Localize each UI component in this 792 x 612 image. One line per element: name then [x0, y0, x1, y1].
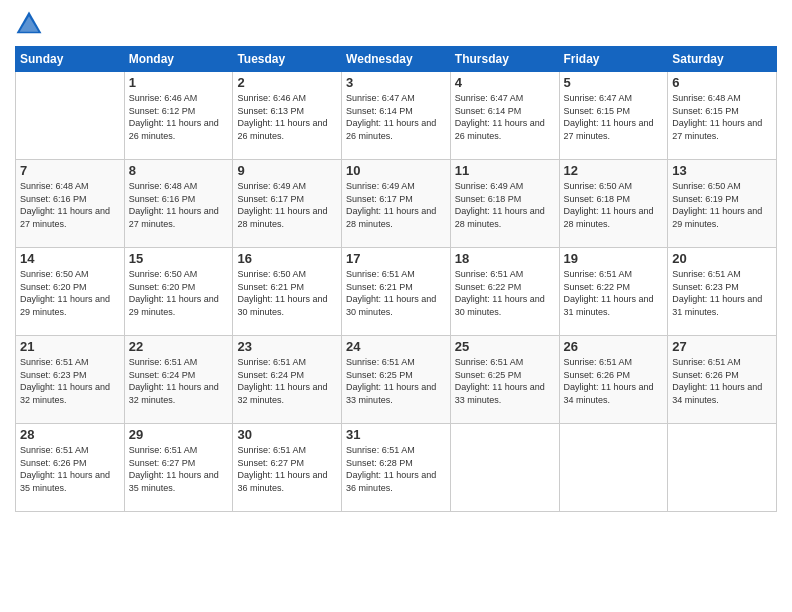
col-header-saturday: Saturday [668, 47, 777, 72]
day-number: 26 [564, 339, 664, 354]
day-number: 16 [237, 251, 337, 266]
calendar-cell: 16 Sunrise: 6:50 AM Sunset: 6:21 PM Dayl… [233, 248, 342, 336]
day-info: Sunrise: 6:49 AM Sunset: 6:18 PM Dayligh… [455, 180, 555, 230]
calendar-cell: 14 Sunrise: 6:50 AM Sunset: 6:20 PM Dayl… [16, 248, 125, 336]
day-number: 27 [672, 339, 772, 354]
calendar-cell: 30 Sunrise: 6:51 AM Sunset: 6:27 PM Dayl… [233, 424, 342, 512]
day-number: 1 [129, 75, 229, 90]
calendar-cell: 4 Sunrise: 6:47 AM Sunset: 6:14 PM Dayli… [450, 72, 559, 160]
day-info: Sunrise: 6:50 AM Sunset: 6:20 PM Dayligh… [129, 268, 229, 318]
calendar-cell: 25 Sunrise: 6:51 AM Sunset: 6:25 PM Dayl… [450, 336, 559, 424]
day-info: Sunrise: 6:49 AM Sunset: 6:17 PM Dayligh… [237, 180, 337, 230]
day-info: Sunrise: 6:51 AM Sunset: 6:27 PM Dayligh… [129, 444, 229, 494]
day-info: Sunrise: 6:48 AM Sunset: 6:15 PM Dayligh… [672, 92, 772, 142]
day-info: Sunrise: 6:48 AM Sunset: 6:16 PM Dayligh… [20, 180, 120, 230]
day-number: 31 [346, 427, 446, 442]
calendar-cell: 11 Sunrise: 6:49 AM Sunset: 6:18 PM Dayl… [450, 160, 559, 248]
day-info: Sunrise: 6:51 AM Sunset: 6:24 PM Dayligh… [237, 356, 337, 406]
col-header-tuesday: Tuesday [233, 47, 342, 72]
calendar-cell: 8 Sunrise: 6:48 AM Sunset: 6:16 PM Dayli… [124, 160, 233, 248]
calendar-cell: 27 Sunrise: 6:51 AM Sunset: 6:26 PM Dayl… [668, 336, 777, 424]
day-number: 11 [455, 163, 555, 178]
calendar-cell: 20 Sunrise: 6:51 AM Sunset: 6:23 PM Dayl… [668, 248, 777, 336]
day-info: Sunrise: 6:51 AM Sunset: 6:21 PM Dayligh… [346, 268, 446, 318]
day-info: Sunrise: 6:51 AM Sunset: 6:25 PM Dayligh… [346, 356, 446, 406]
day-info: Sunrise: 6:51 AM Sunset: 6:23 PM Dayligh… [672, 268, 772, 318]
calendar-cell: 24 Sunrise: 6:51 AM Sunset: 6:25 PM Dayl… [342, 336, 451, 424]
logo [15, 10, 47, 38]
calendar-cell: 23 Sunrise: 6:51 AM Sunset: 6:24 PM Dayl… [233, 336, 342, 424]
page-header [15, 10, 777, 38]
calendar-cell: 1 Sunrise: 6:46 AM Sunset: 6:12 PM Dayli… [124, 72, 233, 160]
calendar-cell [668, 424, 777, 512]
calendar-cell: 6 Sunrise: 6:48 AM Sunset: 6:15 PM Dayli… [668, 72, 777, 160]
day-info: Sunrise: 6:50 AM Sunset: 6:18 PM Dayligh… [564, 180, 664, 230]
day-info: Sunrise: 6:47 AM Sunset: 6:14 PM Dayligh… [455, 92, 555, 142]
day-info: Sunrise: 6:51 AM Sunset: 6:22 PM Dayligh… [564, 268, 664, 318]
calendar-cell: 29 Sunrise: 6:51 AM Sunset: 6:27 PM Dayl… [124, 424, 233, 512]
calendar-cell: 2 Sunrise: 6:46 AM Sunset: 6:13 PM Dayli… [233, 72, 342, 160]
day-info: Sunrise: 6:51 AM Sunset: 6:26 PM Dayligh… [672, 356, 772, 406]
calendar-cell [16, 72, 125, 160]
calendar-cell: 28 Sunrise: 6:51 AM Sunset: 6:26 PM Dayl… [16, 424, 125, 512]
calendar-cell [450, 424, 559, 512]
day-number: 14 [20, 251, 120, 266]
calendar-cell: 17 Sunrise: 6:51 AM Sunset: 6:21 PM Dayl… [342, 248, 451, 336]
day-info: Sunrise: 6:51 AM Sunset: 6:22 PM Dayligh… [455, 268, 555, 318]
day-number: 15 [129, 251, 229, 266]
day-number: 23 [237, 339, 337, 354]
day-number: 10 [346, 163, 446, 178]
calendar-cell: 18 Sunrise: 6:51 AM Sunset: 6:22 PM Dayl… [450, 248, 559, 336]
calendar-table: SundayMondayTuesdayWednesdayThursdayFrid… [15, 46, 777, 512]
day-number: 2 [237, 75, 337, 90]
day-info: Sunrise: 6:51 AM Sunset: 6:24 PM Dayligh… [129, 356, 229, 406]
day-info: Sunrise: 6:51 AM Sunset: 6:25 PM Dayligh… [455, 356, 555, 406]
col-header-sunday: Sunday [16, 47, 125, 72]
col-header-thursday: Thursday [450, 47, 559, 72]
calendar-cell: 5 Sunrise: 6:47 AM Sunset: 6:15 PM Dayli… [559, 72, 668, 160]
day-info: Sunrise: 6:50 AM Sunset: 6:20 PM Dayligh… [20, 268, 120, 318]
day-number: 21 [20, 339, 120, 354]
col-header-friday: Friday [559, 47, 668, 72]
day-number: 13 [672, 163, 772, 178]
day-info: Sunrise: 6:51 AM Sunset: 6:26 PM Dayligh… [564, 356, 664, 406]
calendar-cell: 19 Sunrise: 6:51 AM Sunset: 6:22 PM Dayl… [559, 248, 668, 336]
logo-icon [15, 10, 43, 38]
day-number: 3 [346, 75, 446, 90]
day-info: Sunrise: 6:47 AM Sunset: 6:15 PM Dayligh… [564, 92, 664, 142]
calendar-cell: 7 Sunrise: 6:48 AM Sunset: 6:16 PM Dayli… [16, 160, 125, 248]
calendar-cell: 26 Sunrise: 6:51 AM Sunset: 6:26 PM Dayl… [559, 336, 668, 424]
day-number: 17 [346, 251, 446, 266]
day-number: 30 [237, 427, 337, 442]
day-number: 5 [564, 75, 664, 90]
day-info: Sunrise: 6:50 AM Sunset: 6:19 PM Dayligh… [672, 180, 772, 230]
day-info: Sunrise: 6:51 AM Sunset: 6:23 PM Dayligh… [20, 356, 120, 406]
day-number: 8 [129, 163, 229, 178]
col-header-monday: Monday [124, 47, 233, 72]
day-info: Sunrise: 6:51 AM Sunset: 6:28 PM Dayligh… [346, 444, 446, 494]
day-info: Sunrise: 6:46 AM Sunset: 6:13 PM Dayligh… [237, 92, 337, 142]
calendar-cell: 9 Sunrise: 6:49 AM Sunset: 6:17 PM Dayli… [233, 160, 342, 248]
col-header-wednesday: Wednesday [342, 47, 451, 72]
day-number: 4 [455, 75, 555, 90]
calendar-cell: 31 Sunrise: 6:51 AM Sunset: 6:28 PM Dayl… [342, 424, 451, 512]
calendar-cell [559, 424, 668, 512]
calendar-cell: 15 Sunrise: 6:50 AM Sunset: 6:20 PM Dayl… [124, 248, 233, 336]
day-info: Sunrise: 6:51 AM Sunset: 6:26 PM Dayligh… [20, 444, 120, 494]
calendar-cell: 22 Sunrise: 6:51 AM Sunset: 6:24 PM Dayl… [124, 336, 233, 424]
day-number: 22 [129, 339, 229, 354]
day-number: 24 [346, 339, 446, 354]
day-info: Sunrise: 6:48 AM Sunset: 6:16 PM Dayligh… [129, 180, 229, 230]
calendar-cell: 21 Sunrise: 6:51 AM Sunset: 6:23 PM Dayl… [16, 336, 125, 424]
calendar-cell: 3 Sunrise: 6:47 AM Sunset: 6:14 PM Dayli… [342, 72, 451, 160]
day-number: 7 [20, 163, 120, 178]
day-info: Sunrise: 6:49 AM Sunset: 6:17 PM Dayligh… [346, 180, 446, 230]
day-number: 19 [564, 251, 664, 266]
day-number: 12 [564, 163, 664, 178]
day-info: Sunrise: 6:47 AM Sunset: 6:14 PM Dayligh… [346, 92, 446, 142]
day-number: 25 [455, 339, 555, 354]
day-number: 18 [455, 251, 555, 266]
day-number: 20 [672, 251, 772, 266]
day-info: Sunrise: 6:51 AM Sunset: 6:27 PM Dayligh… [237, 444, 337, 494]
day-number: 29 [129, 427, 229, 442]
